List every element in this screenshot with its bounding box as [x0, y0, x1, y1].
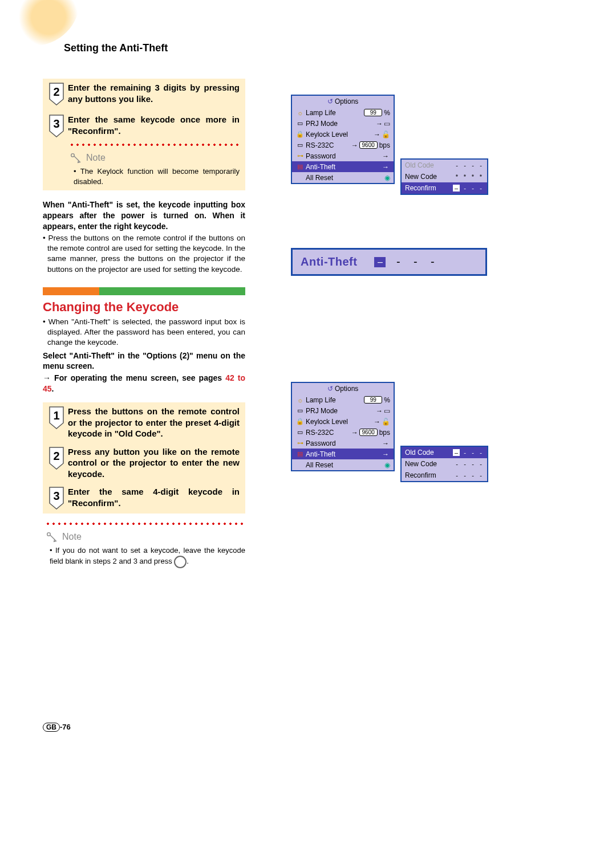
step-block-a: 2 Enter the remaining 3 digits by pressi…: [43, 79, 245, 190]
code-panel-1: Old Code ---- New Code **** Reconfirm –-…: [400, 158, 488, 195]
svg-point-6: [47, 533, 51, 536]
step-number-2: 2: [48, 82, 64, 106]
note-1-body: • The Keylock function will become tempo…: [74, 166, 240, 187]
osd-row-password: ⊶ Password →: [292, 150, 394, 161]
key-icon: ⊶: [295, 152, 305, 160]
osd-row-password-2: ⊶ Password →: [292, 438, 394, 449]
changing-intro: • When "Anti-Theft" is selected, the pas…: [43, 317, 245, 348]
osd-options-panel-2: ↺ Options ☼ Lamp Life 99 % ▭ PRJ Mode →▭…: [291, 382, 395, 471]
osd-row-lamp-2: ☼ Lamp Life 99 %: [292, 394, 394, 405]
note-header-1: Note: [69, 152, 240, 164]
reconfirm-row: Reconfirm –---: [402, 182, 487, 194]
osd-row-keylock: 🔒 Keylock Level →🔓: [292, 129, 394, 140]
select-line: Select "Anti-Theft" in the "Options (2)"…: [43, 351, 245, 372]
unlock-icon: 🔓: [382, 418, 390, 426]
lock-icon: 🔒: [295, 418, 305, 425]
osd-row-prj: ▭ PRJ Mode →▭: [292, 118, 394, 129]
step-number-1b: 1: [48, 406, 64, 430]
display-icon: ▭: [384, 407, 390, 415]
step-3-text: Enter the same keycode once more in "Rec…: [68, 114, 240, 136]
osd-row-rs232c-2: ▭ RS-232C → 9600 bps: [292, 427, 394, 438]
note-header-2: Note: [45, 531, 245, 543]
osd-options-panel-1: ↺ Options ☼ Lamp Life 99 % ▭ PRJ Mode →▭…: [291, 95, 395, 184]
step-block-b: 1 Press the buttons on the remote contro…: [43, 402, 245, 514]
old-code-row-2: Old Code –---: [402, 447, 487, 458]
port-icon: ▭: [295, 429, 305, 436]
reset-icon: ◉: [384, 174, 390, 182]
section-title: Setting the Anti-Theft: [64, 42, 168, 54]
page-number: GB-76: [43, 723, 71, 732]
osd-row-anti-theft-2: ▤ Anti-Theft →: [292, 449, 394, 459]
osd-row-all-reset: All Reset ◉: [292, 172, 394, 183]
lock-icon: 🔒: [295, 131, 305, 138]
pen-icon: [45, 531, 59, 543]
reset-icon: ◉: [384, 461, 390, 469]
note-2-body: • If you do not want to set a keycode, l…: [50, 545, 245, 568]
step-2-text: Enter the remaining 3 digits by pressing…: [68, 82, 240, 104]
svg-text:3: 3: [53, 490, 59, 502]
enter-button-icon: [174, 556, 187, 568]
step-b1-text: Press the buttons on the remote control …: [68, 406, 240, 439]
code-panel-2: Old Code –--- New Code ---- Reconfirm --…: [400, 446, 488, 482]
old-code-row: Old Code ----: [402, 160, 487, 171]
svg-text:1: 1: [53, 409, 59, 422]
decorative-arc: [17, 0, 80, 46]
anti-theft-input-box: Anti-Theft – - - -: [291, 248, 487, 276]
screen-icon: ▭: [295, 407, 305, 414]
svg-text:3: 3: [53, 117, 59, 130]
step-b3-text: Enter the same 4-digit keycode in "Recon…: [68, 486, 240, 508]
port-icon: ▭: [295, 141, 305, 149]
step-b2-text: Press any button you like on the remote …: [68, 446, 240, 480]
osd-row-prj-2: ▭ PRJ Mode →▭: [292, 405, 394, 416]
osd-row-keylock-2: 🔒 Keylock Level →🔓: [292, 416, 394, 427]
theft-icon: ▤: [295, 163, 305, 170]
pen-icon: [69, 152, 83, 164]
new-code-row: New Code ****: [402, 171, 487, 182]
step-number-3: 3: [48, 114, 64, 138]
svg-point-2: [71, 154, 75, 157]
lamp-icon: ☼: [295, 109, 305, 116]
screen-icon: ▭: [295, 120, 305, 127]
unlock-icon: 🔓: [382, 131, 390, 138]
osd-row-rs232c: ▭ RS-232C → 9600 bps: [292, 140, 394, 150]
osd-title: ↺ Options: [292, 96, 394, 107]
operating-line: → For operating the menu screen, see pag…: [43, 373, 245, 394]
new-code-row-2: New Code ----: [402, 458, 487, 470]
osd-row-anti-theft: ▤ Anti-Theft →: [292, 161, 394, 172]
osd-row-lamp: ☼ Lamp Life 99 %: [292, 107, 394, 118]
section-divider: [43, 287, 245, 295]
step-number-3b: 3: [48, 486, 64, 510]
svg-text:2: 2: [53, 85, 59, 98]
svg-text:2: 2: [53, 450, 59, 462]
theft-icon: ▤: [295, 450, 305, 458]
lamp-icon: ☼: [295, 397, 305, 404]
reconfirm-row-2: Reconfirm ----: [402, 470, 487, 481]
display-icon: ▭: [384, 120, 390, 128]
changing-heading: Changing the Keycode: [43, 300, 245, 315]
osd-title-2: ↺ Options: [292, 383, 394, 394]
key-icon: ⊶: [295, 439, 305, 447]
step-number-2b: 2: [48, 446, 64, 470]
when-set-bullet: • Press the buttons on the remote contro…: [43, 233, 245, 275]
osd-row-all-reset-2: All Reset ◉: [292, 459, 394, 470]
when-set-heading: When "Anti-Theft" is set, the keycode in…: [43, 199, 245, 232]
